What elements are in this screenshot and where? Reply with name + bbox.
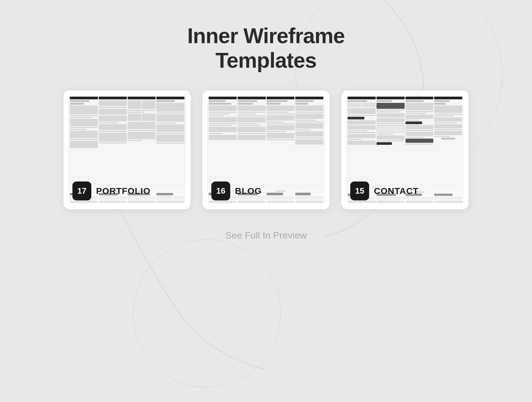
card-badge-contact: 15 CONTACT: [350, 181, 419, 200]
footer-text: See Full In Preview: [225, 230, 307, 241]
badge-label-contact: CONTACT: [374, 186, 419, 196]
card-badge-portfolio: 17 PORTFOLIO: [72, 181, 150, 200]
template-card-contact[interactable]: 15 CONTACT: [341, 90, 468, 209]
badge-number-contact: 15: [350, 181, 369, 200]
cards-row: 17 PORTFOLIO: [64, 90, 468, 209]
badge-label-portfolio: PORTFOLIO: [96, 186, 150, 196]
card-badge-blog: 16 BLOG: [211, 181, 262, 200]
main-title: Inner Wireframe Templates: [187, 24, 345, 73]
page-content: Inner Wireframe Templates: [0, 0, 532, 241]
bg-decoration-circle-2: [133, 239, 281, 387]
template-card-blog[interactable]: 16 BLOG: [202, 90, 330, 209]
badge-number-portfolio: 17: [72, 181, 91, 200]
template-card-portfolio[interactable]: 17 PORTFOLIO: [64, 90, 191, 209]
badge-number-blog: 16: [211, 181, 230, 200]
badge-label-blog: BLOG: [235, 186, 262, 196]
